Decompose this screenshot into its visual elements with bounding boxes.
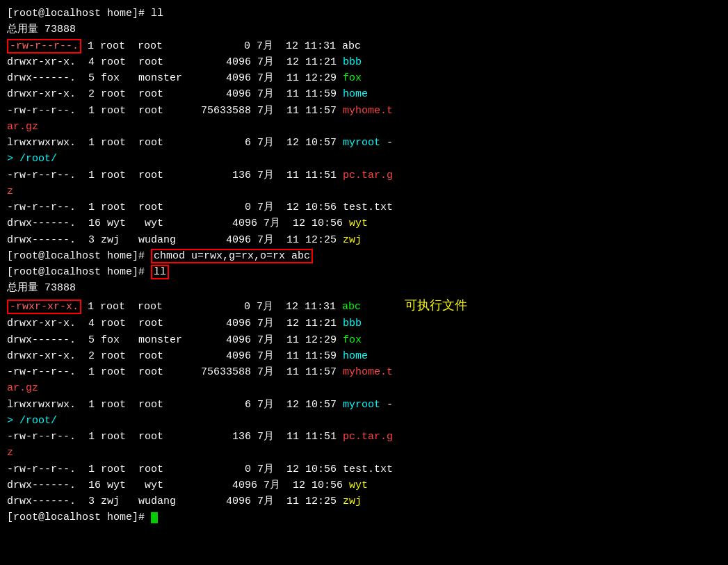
cmd-highlight-2: ll [151, 265, 169, 279]
line-22: lrwxrwxrwx. 1 root root 6 7月 12 10:57 my… [7, 397, 721, 413]
line-3: -rw-r--r--. 1 root root 0 7月 12 11:31 ab… [7, 38, 721, 54]
line-5: drwx------. 5 fox monster 4096 7月 11 12:… [7, 70, 721, 86]
line-21b: ar.gz [7, 380, 721, 396]
line-12: drwx------. 16 wyt wyt 4096 7月 12 10:56 … [7, 215, 721, 231]
line-10b: z [7, 183, 721, 199]
line-27: drwx------. 3 zwj wudang 4096 7月 11 12:2… [7, 493, 721, 509]
line-2: 总用量 73888 [7, 22, 721, 38]
perm-highlight-2: -rwxr-xr-x. [7, 300, 81, 314]
line-8: lrwxrwxrwx. 1 root root 6 7月 12 10:57 my… [7, 135, 721, 151]
cmd-highlight-1: chmod u=rwx,g=rx,o=rx abc [151, 249, 313, 263]
line-24b: z [7, 445, 721, 461]
line-18: drwxr-xr-x. 4 root root 4096 7月 12 11:21… [7, 316, 721, 331]
line-14: [root@localhost home]# chmod u=rwx,g=rx,… [7, 248, 721, 264]
terminal-cursor [151, 512, 158, 523]
line-11: -rw-r--r--. 1 root root 0 7月 12 10:56 te… [7, 199, 721, 215]
line-24: -rw-r--r--. 1 root root 136 7月 11 11:51 … [7, 429, 721, 445]
line-4: drwxr-xr-x. 4 root root 4096 7月 12 11:21… [7, 54, 721, 70]
prompt-text: [root@localhost home]# ll [7, 8, 163, 19]
line-26: drwx------. 16 wyt wyt 4096 7月 12 10:56 … [7, 477, 721, 493]
line-16: 总用量 73888 [7, 280, 721, 296]
annotation-executable: 可执行文件 [375, 299, 467, 313]
line-7: -rw-r--r--. 1 root root 75633588 7月 11 1… [7, 103, 721, 119]
line-20: drwxr-xr-x. 2 root root 4096 7月 11 11:59… [7, 348, 721, 364]
line-9: > /root/ [7, 151, 721, 167]
line-19: drwx------. 5 fox monster 4096 7月 11 12:… [7, 332, 721, 348]
line-1: [root@localhost home]# ll [7, 6, 721, 22]
line-13: drwx------. 3 zwj wudang 4096 7月 11 12:2… [7, 232, 721, 248]
terminal-window: [root@localhost home]# ll 总用量 73888 -rw-… [7, 6, 721, 526]
line-10: -rw-r--r--. 1 root root 136 7月 11 11:51 … [7, 167, 721, 183]
line-25: -rw-r--r--. 1 root root 0 7月 12 10:56 te… [7, 461, 721, 477]
line-17: -rwxr-xr-x. 1 root root 0 7月 12 11:31 ab… [7, 297, 721, 316]
perm-highlight-1: -rw-r--r--. [7, 39, 81, 54]
line-28: [root@localhost home]# [7, 509, 721, 525]
line-21: -rw-r--r--. 1 root root 75633588 7月 11 1… [7, 364, 721, 380]
line-7b: ar.gz [7, 119, 721, 135]
line-23: > /root/ [7, 413, 721, 429]
line-6: drwxr-xr-x. 2 root root 4096 7月 11 11:59… [7, 86, 721, 102]
line-15: [root@localhost home]# ll [7, 264, 721, 280]
